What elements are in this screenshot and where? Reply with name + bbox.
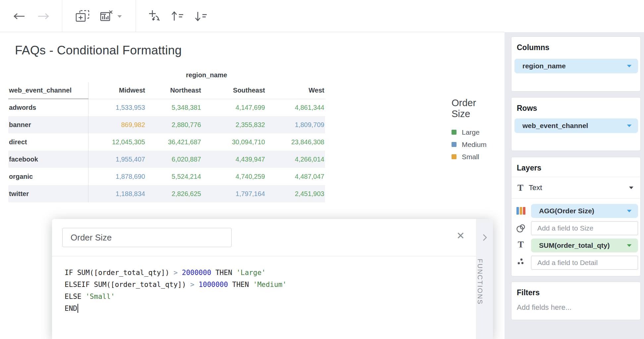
order-size-legend: Order Size LargeMediumSmall (452, 98, 501, 165)
caret-down-icon (629, 186, 634, 189)
legend-label: Small (462, 153, 479, 161)
color-field-pill[interactable]: AGG(Order Size) (531, 204, 638, 218)
code-token: THEN (228, 281, 253, 289)
table-cell: 4,487,047 (266, 168, 325, 185)
size-field-input[interactable] (531, 221, 638, 235)
formula-editor-header: ✕ (52, 219, 476, 256)
text-cursor (78, 304, 78, 313)
table-row: facebook1,955,4076,020,8874,439,9474,266… (8, 151, 325, 168)
text-field-pill[interactable]: SUM(order_total_qty) (531, 238, 638, 252)
layers-heading: Layers (517, 164, 640, 172)
chevron-right-icon[interactable] (476, 234, 493, 243)
layer-type-label: Text (529, 183, 542, 192)
row-label: adwords (8, 99, 88, 116)
table-cell: 5,524,214 (146, 168, 202, 185)
detail-field-input[interactable] (531, 256, 638, 270)
legend-item: Large (452, 128, 501, 136)
formula-code-editor[interactable]: IF SUM([order_total_qty]) > 2000000 THEN… (65, 267, 287, 314)
rows-field-label: web_event_channel (522, 122, 588, 130)
detail-dots-icon (515, 258, 527, 266)
column-header: Southeast (202, 82, 266, 99)
delete-chart-icon (100, 10, 114, 24)
code-token: > (174, 269, 178, 277)
color-field-label: AGG(Order Size) (539, 207, 594, 215)
toolbar-separator (62, 0, 62, 32)
rows-heading: Rows (517, 104, 640, 113)
legend-title: Order Size (452, 98, 483, 120)
table-cell: 5,348,381 (146, 99, 202, 116)
table-cell: 1,188,834 (88, 185, 146, 202)
formula-editor-main: ✕ IF SUM([order_total_qty]) > 2000000 TH… (52, 219, 476, 339)
caret-down-icon (626, 209, 632, 213)
add-chart-button[interactable] (74, 9, 91, 25)
code-token: 'Medium' (253, 281, 287, 289)
caret-down-icon (626, 124, 632, 128)
sort-ascending-button[interactable] (169, 9, 186, 25)
close-icon[interactable]: ✕ (456, 231, 465, 241)
table-row: organic1,878,6905,524,2144,740,2594,487,… (8, 168, 325, 185)
table-row: direct12,045,30536,421,68730,094,71023,8… (8, 133, 325, 151)
legend-swatch (452, 130, 456, 135)
sort-ascending-icon (171, 10, 184, 23)
sidebar: Columns region_name Rows web_event_chann… (505, 32, 644, 339)
column-header: West (266, 82, 325, 99)
legend-label: Large (462, 128, 480, 136)
table-cell: 4,147,699 (202, 99, 266, 116)
table-cell: 36,421,687 (146, 133, 202, 151)
code-line: IF SUM([order_total_qty]) > 2000000 THEN… (65, 267, 287, 279)
rows-field-pill[interactable]: web_event_channel (514, 118, 638, 133)
columns-heading: Columns (517, 43, 640, 52)
table-cell: 4,740,259 (202, 168, 266, 185)
formula-name-input[interactable] (62, 228, 232, 247)
code-line: ELSE 'Small' (65, 291, 287, 303)
caret-down-icon (626, 243, 632, 247)
code-token: > (190, 281, 194, 289)
code-token (194, 281, 199, 289)
table-cell: 869,982 (88, 116, 146, 133)
code-token (178, 269, 182, 277)
functions-tab[interactable]: FUNCTIONS (476, 259, 484, 305)
swap-axes-icon (148, 9, 162, 24)
columns-field-pill[interactable]: region_name (514, 59, 638, 73)
code-token: 'Small' (85, 293, 115, 301)
column-header: Midwest (88, 82, 146, 99)
legend-item: Medium (452, 141, 501, 149)
row-label: facebook (8, 151, 88, 168)
table-cell: 4,439,947 (202, 151, 266, 168)
table-cell: 1,797,164 (202, 185, 266, 202)
layer-type-selector[interactable]: T Text (511, 177, 640, 198)
text-layer-icon: T (515, 240, 527, 249)
table-cell: 2,451,903 (266, 185, 325, 202)
sort-descending-icon (194, 10, 207, 23)
formula-editor-panel: ✕ IF SUM([order_total_qty]) > 2000000 TH… (52, 219, 493, 339)
color-bars-icon (515, 206, 527, 215)
table-cell: 4,861,344 (266, 99, 325, 116)
column-header: Northeast (146, 82, 202, 99)
sort-descending-button[interactable] (192, 9, 209, 25)
filters-drop-zone[interactable]: Add fields here... (517, 303, 640, 312)
row-label: direct (8, 133, 88, 151)
page-title: FAQs - Conditional Formatting (15, 43, 182, 57)
divider (511, 198, 640, 199)
table-row: banner869,9822,880,7762,355,8321,809,709 (8, 116, 325, 133)
delete-chart-button[interactable] (98, 9, 115, 25)
toolbar (0, 0, 644, 32)
code-token: 1000000 (199, 281, 228, 289)
toolbar-separator (135, 0, 136, 32)
text-field-label: SUM(order_total_qty) (539, 241, 610, 249)
row-label: organic (8, 168, 88, 185)
layers-card: Layers T Text AGG(Order Size) T SUM(orde… (511, 157, 641, 276)
table-row: twitter1,188,8342,826,6251,797,1642,451,… (8, 185, 325, 202)
delete-chart-menu-button[interactable] (114, 9, 125, 25)
row-label: banner (8, 116, 88, 133)
back-button[interactable] (10, 9, 27, 25)
code-line: ELSEIF SUM([order_total_qty]) > 1000000 … (65, 279, 287, 291)
forward-icon (37, 12, 50, 21)
forward-button[interactable] (35, 9, 52, 25)
table-cell: 2,355,832 (202, 116, 266, 133)
table-cell: 1,533,953 (88, 99, 146, 116)
table-cell: 6,020,887 (146, 151, 202, 168)
swap-axes-button[interactable] (146, 9, 164, 25)
table-cell: 1,809,709 (266, 116, 325, 133)
size-circles-icon (515, 224, 527, 233)
